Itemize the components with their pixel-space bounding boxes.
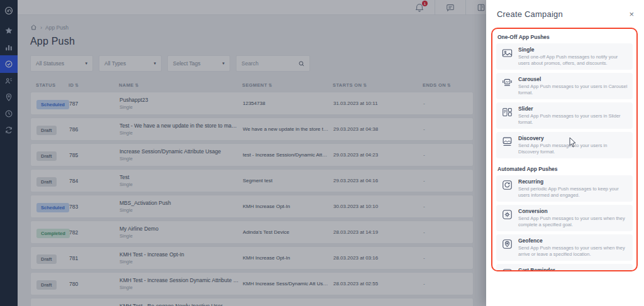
- campaign-type-desc: Send periodic App Push messages to keep …: [518, 186, 628, 199]
- campaign-type-desc: Send App Push messages to your users whe…: [518, 216, 628, 228]
- create-campaign-panel: Create Campaign × One-Off App Pushes Sin…: [486, 0, 644, 306]
- campaign-type-title: Cart Reminder: [518, 267, 628, 271]
- section-label: One-Off App Pushes: [497, 34, 631, 40]
- panel-title: Create Campaign: [497, 9, 563, 19]
- campaign-type-item[interactable]: Discovery Send App Push messages to your…: [496, 132, 633, 158]
- mouse-cursor: [569, 137, 577, 148]
- cart-reminder-icon: [501, 268, 513, 271]
- campaign-type-item[interactable]: Slider Send App Push messages to your us…: [496, 102, 633, 129]
- campaign-type-item[interactable]: Single Send one-off App Push messages to…: [496, 43, 633, 70]
- recurring-icon: [501, 179, 513, 191]
- campaign-type-item[interactable]: Conversion Send App Push messages to you…: [496, 205, 633, 231]
- campaign-type-item[interactable]: Carousel Send App Push messages to your …: [496, 73, 633, 99]
- campaign-type-desc: Send App Push messages to your users in …: [518, 113, 628, 126]
- campaign-type-desc: Send App Push messages to your users whe…: [518, 245, 628, 258]
- discovery-icon: [501, 136, 513, 148]
- highlight-red-box: One-Off App Pushes Single Send one-off A…: [491, 28, 638, 271]
- campaign-type-item[interactable]: Cart Reminder Send App Push messages to …: [496, 264, 633, 271]
- close-icon[interactable]: ×: [629, 10, 634, 18]
- conversion-icon: [501, 209, 513, 221]
- slider-icon: [501, 106, 513, 118]
- campaign-type-desc: Send one-off App Push messages to notify…: [518, 54, 628, 67]
- panel-header: Create Campaign ×: [486, 0, 644, 21]
- modal-dim-overlay: [0, 0, 486, 306]
- carousel-icon: [501, 77, 513, 89]
- campaign-type-title: Slider: [518, 106, 628, 112]
- campaign-type-title: Recurring: [518, 178, 628, 185]
- geofence-icon: [501, 238, 513, 250]
- campaign-type-title: Geofence: [518, 238, 628, 244]
- campaign-type-list: One-Off App Pushes Single Send one-off A…: [496, 34, 633, 271]
- campaign-type-desc: Send App Push messages to your users in …: [518, 84, 628, 96]
- campaign-type-title: Conversion: [518, 208, 628, 214]
- single-image-icon: [501, 47, 513, 59]
- campaign-type-title: Single: [518, 46, 628, 53]
- campaign-type-title: Carousel: [518, 76, 628, 82]
- section-label: Automated App Pushes: [497, 166, 631, 172]
- campaign-type-item[interactable]: Recurring Send periodic App Push message…: [496, 175, 633, 202]
- campaign-type-item[interactable]: Geofence Send App Push messages to your …: [496, 234, 633, 261]
